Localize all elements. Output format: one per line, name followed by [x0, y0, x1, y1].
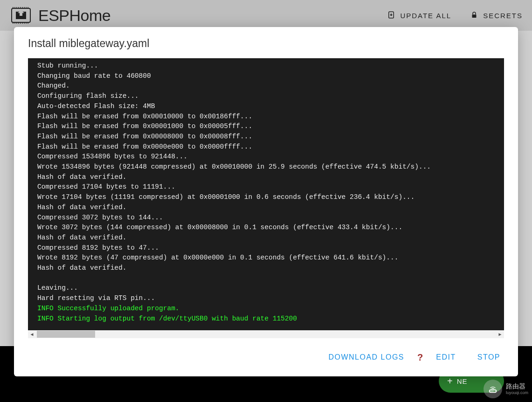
watermark-icon — [484, 380, 502, 398]
secrets-button[interactable]: SECRETS — [470, 11, 523, 20]
log-line: Compressed 17104 bytes to 11191... — [37, 182, 495, 192]
log-line: Compressed 8192 bytes to 47... — [37, 243, 495, 253]
log-line: Flash will be erased from 0x00001000 to … — [37, 122, 495, 132]
log-line-info: INFO Successfully uploaded program. — [37, 304, 495, 314]
log-line: Hash of data verified. — [37, 233, 495, 243]
log-line: Configuring flash size... — [37, 91, 495, 102]
app-header: ESPHome UPDATE ALL SECRETS — [0, 0, 532, 31]
log-line: Hash of data verified. — [37, 203, 495, 213]
horizontal-scrollbar[interactable]: ◄ ► — [28, 330, 504, 338]
plus-icon: + — [447, 376, 453, 387]
log-line: Wrote 1534896 bytes (921448 compressed) … — [37, 162, 495, 172]
log-line: Compressed 1534896 bytes to 921448... — [37, 152, 495, 162]
esphome-chip-icon — [9, 6, 33, 25]
secrets-label: SECRETS — [483, 12, 523, 20]
scroll-left-arrow[interactable]: ◄ — [28, 330, 36, 338]
log-line: Compressed 3072 bytes to 144... — [37, 213, 495, 223]
download-logs-button[interactable]: DOWNLOAD LOGS — [325, 350, 408, 364]
watermark-line2: luyouqi.com — [506, 390, 528, 395]
svg-point-24 — [491, 391, 491, 392]
header-actions: UPDATE ALL SECRETS — [387, 11, 523, 20]
download-icon — [387, 11, 395, 20]
install-dialog: Install miblegateway.yaml Stub running..… — [14, 27, 518, 376]
log-line — [37, 273, 495, 284]
log-line: Wrote 3072 bytes (144 compressed) at 0x0… — [37, 223, 495, 233]
log-line: Hash of data verified. — [37, 172, 495, 183]
log-line: Wrote 17104 bytes (11191 compressed) at … — [37, 192, 495, 203]
log-line: Flash will be erased from 0x00010000 to … — [37, 112, 495, 122]
log-console[interactable]: Stub running...Changing baud rate to 460… — [28, 58, 504, 330]
log-line: Wrote 8192 bytes (47 compressed) at 0x00… — [37, 253, 495, 263]
log-line: Hash of data verified. — [37, 263, 495, 273]
dialog-title: Install miblegateway.yaml — [14, 27, 518, 58]
log-line: Changing baud rate to 460800 — [37, 71, 495, 82]
help-icon[interactable]: ? — [417, 352, 423, 363]
stop-button[interactable]: STOP — [474, 350, 504, 364]
log-line: Auto-detected Flash size: 4MB — [37, 102, 495, 112]
log-line-info: INFO Starting log output from /dev/ttyUS… — [37, 314, 495, 324]
watermark-line1: 路由器 — [506, 382, 528, 390]
log-line: Stub running... — [37, 61, 495, 71]
lock-icon — [470, 11, 478, 20]
watermark: 路由器 luyouqi.com — [484, 380, 528, 398]
logo[interactable]: ESPHome — [9, 6, 111, 25]
scroll-right-arrow[interactable]: ► — [496, 330, 504, 338]
log-line: Changed. — [37, 81, 495, 91]
svg-rect-22 — [472, 14, 477, 18]
fab-label: NE — [457, 377, 468, 385]
dialog-actions: DOWNLOAD LOGS ? EDIT STOP — [14, 338, 518, 376]
update-all-label: UPDATE ALL — [400, 12, 451, 20]
scroll-thumb[interactable] — [37, 331, 95, 338]
log-line: Flash will be erased from 0x00008000 to … — [37, 132, 495, 142]
log-line: Leaving... — [37, 283, 495, 293]
update-all-button[interactable]: UPDATE ALL — [387, 11, 451, 20]
edit-button[interactable]: EDIT — [432, 350, 459, 364]
app-name: ESPHome — [38, 7, 111, 25]
console-wrap: Stub running...Changing baud rate to 460… — [28, 58, 504, 338]
svg-point-25 — [492, 391, 493, 392]
log-line: Flash will be erased from 0x0000e000 to … — [37, 142, 495, 152]
log-line: Hard resetting via RTS pin... — [37, 293, 495, 304]
